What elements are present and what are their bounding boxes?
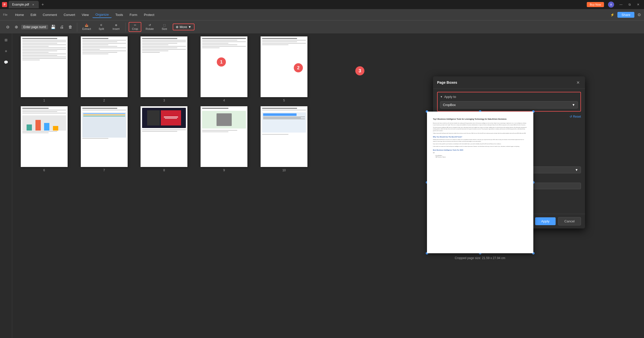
preview-para-3: Today, many small and large scale busine…: [433, 133, 527, 134]
thumb-page-7[interactable]: [81, 106, 128, 167]
help-icon[interactable]: ⚡: [610, 13, 614, 17]
apply-to-toggle[interactable]: ▼ Apply to: [440, 95, 578, 99]
preview-page: Top 9 Business Intelligence Tools for Le…: [427, 112, 533, 253]
thumb-col-10: 10: [256, 106, 312, 172]
new-tab-btn[interactable]: +: [40, 2, 46, 8]
save-btn[interactable]: 💾: [50, 24, 57, 31]
thumb-col-9: 9: [196, 106, 252, 172]
tools-menu[interactable]: Tools: [112, 12, 126, 18]
preview-para-6: In this article, we review six of the be…: [433, 146, 527, 147]
thumb-col-4: 4: [196, 36, 252, 102]
delete-btn[interactable]: 🗑: [67, 24, 74, 31]
size-btn[interactable]: ⬚ Size: [158, 23, 171, 31]
convert-menu[interactable]: Convert: [61, 12, 78, 18]
file-menu[interactable]: File: [3, 13, 8, 16]
dialog-close-btn[interactable]: ✕: [575, 79, 581, 86]
title-bar-controls: Buy Now A — ⧉ ✕: [587, 2, 642, 8]
preview-heading-2: Best Business Intelligence Tools For 202…: [433, 149, 527, 152]
insert-btn[interactable]: ⊕ Insert: [110, 23, 122, 31]
thumb-num-6: 6: [43, 168, 45, 172]
cancel-button[interactable]: Cancel: [558, 217, 581, 225]
current-tab[interactable]: Example.pdf ✕: [9, 1, 39, 8]
home-menu[interactable]: Home: [12, 12, 27, 18]
split-btn[interactable]: ⚟ Split: [95, 23, 108, 31]
thumb-col-3: 3: [136, 36, 192, 102]
more-btn[interactable]: ⊕ More ▼: [173, 24, 194, 30]
organize-menu[interactable]: Organize: [92, 12, 112, 18]
crop-btn[interactable]: ✂ Crop: [129, 22, 141, 32]
print-btn[interactable]: 🖨: [58, 24, 65, 31]
reset-icon: ↺: [570, 115, 572, 118]
tab-bar: Example.pdf ✕ +: [9, 1, 587, 8]
thumb-col-6: 6: [16, 106, 72, 172]
dialog-header: Page Boxes ✕: [433, 76, 585, 89]
comment-menu[interactable]: Comment: [40, 12, 60, 18]
settings-icon[interactable]: ⚙: [637, 12, 641, 17]
preview-qlik: Qlik: [433, 152, 527, 154]
apply-to-label: Apply to: [444, 95, 456, 99]
thumb-page-8[interactable]: [141, 106, 187, 167]
share-button[interactable]: Share: [617, 12, 634, 18]
thumb-page-2[interactable]: [81, 36, 128, 97]
reset-label: Reset: [573, 115, 581, 118]
thumb-num-4: 4: [223, 99, 225, 102]
page-nav: ⊖ ⊕ 💾 🖨 🗑: [4, 24, 74, 31]
insert-label: Insert: [112, 27, 120, 30]
thumb-num-3: 3: [163, 99, 165, 102]
sidebar-annotation-btn[interactable]: 💬: [2, 58, 11, 67]
close-btn[interactable]: ✕: [634, 2, 642, 8]
thumb-col-1: 1: [16, 36, 72, 102]
preview-para-1: Business tools have evolved over the las…: [433, 122, 527, 126]
dropdown-chevron: ▼: [572, 103, 575, 107]
thumb-col-5: 5: [256, 36, 312, 102]
preview-para-4: Utilizing the best BI tools for success …: [433, 139, 527, 142]
tab-close-btn[interactable]: ✕: [31, 3, 35, 7]
preview-bullet-2: • SAP Business Objects: [433, 156, 527, 158]
thumb-num-5: 5: [283, 99, 285, 102]
preview-para-2: The best business intelligence (BI) tool…: [433, 127, 527, 132]
rotate-icon: ↺: [149, 24, 151, 27]
restore-btn[interactable]: ⧉: [626, 2, 633, 8]
thumb-num-1: 1: [43, 99, 45, 102]
tab-label: Example.pdf: [12, 3, 29, 6]
thumb-page-10[interactable]: [261, 106, 307, 167]
size-icon: ⬚: [163, 24, 166, 27]
apply-button[interactable]: Apply: [535, 217, 556, 225]
thumb-page-4[interactable]: [201, 36, 247, 97]
split-label: Split: [99, 27, 104, 30]
minimize-btn[interactable]: —: [617, 2, 625, 8]
insert-icon: ⊕: [115, 24, 117, 27]
extract-btn[interactable]: 📤 Extract: [80, 23, 93, 31]
view-menu[interactable]: View: [79, 12, 92, 18]
extract-label: Extract: [82, 27, 91, 30]
zoom-in-btn[interactable]: ⊕: [13, 24, 20, 31]
protect-menu[interactable]: Protect: [141, 12, 157, 18]
thumb-num-2: 2: [103, 99, 105, 102]
sidebar-outline-btn[interactable]: ≡: [2, 47, 11, 56]
more-icon: ⊕: [176, 25, 179, 29]
thumb-page-3[interactable]: [141, 36, 187, 97]
buy-now-button[interactable]: Buy Now: [587, 2, 604, 7]
toolbar-sep-2: [125, 23, 126, 32]
thumb-num-7: 7: [103, 168, 105, 172]
thumb-num-8: 8: [163, 168, 165, 172]
page-input[interactable]: [23, 25, 46, 29]
thumb-page-1[interactable]: [21, 36, 68, 97]
preview-para-5: If you want to drive growth in your busi…: [433, 143, 527, 145]
form-menu[interactable]: Form: [127, 12, 140, 18]
zoom-out-btn[interactable]: ⊖: [4, 24, 11, 31]
split-icon: ⚟: [100, 24, 103, 27]
thumb-page-6[interactable]: [21, 106, 68, 167]
thumb-page-9[interactable]: [201, 106, 247, 167]
rotate-btn[interactable]: ↺ Rotate: [143, 23, 156, 31]
cropped-size-text: Cropped page size: 21.59 x 27.94 cm: [455, 256, 505, 260]
toolbar-sep-1: [77, 23, 77, 32]
thumb-col-7: 7: [76, 106, 132, 172]
cropbox-dropdown[interactable]: CropBox ▼: [440, 101, 578, 109]
reset-btn[interactable]: ↺ Reset: [570, 115, 581, 118]
sidebar-thumbnail-btn[interactable]: ⊞: [2, 35, 11, 45]
cropbox-value: CropBox: [443, 103, 456, 107]
apply-arrow-icon: ▼: [440, 95, 443, 98]
preview-wrapper: Top 9 Business Intelligence Tools for Le…: [427, 112, 533, 253]
edit-menu[interactable]: Edit: [27, 12, 39, 18]
